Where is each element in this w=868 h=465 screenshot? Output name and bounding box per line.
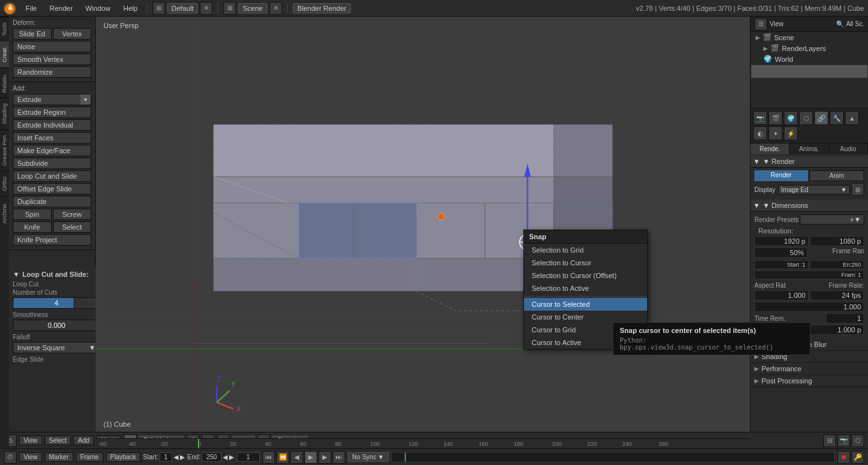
outliner-scrollbar[interactable] [751, 65, 867, 78]
menu-render[interactable]: Render [46, 3, 77, 13]
menu-file[interactable]: File [22, 3, 41, 13]
extrude-dropdown-arrow[interactable]: ▼ [80, 94, 91, 105]
inset-faces-button[interactable]: Inset Faces [13, 132, 91, 144]
offset-edge-slide-button[interactable]: Offset Edge Slide [13, 183, 91, 195]
bottom-select-button[interactable]: Select [45, 436, 71, 445]
outliner-renderlayers[interactable]: ▶ 🎬 RenderLayers [751, 43, 868, 54]
tab-create[interactable]: Creat. [0, 41, 9, 68]
menu-selection-to-active[interactable]: Selection to Active [524, 282, 647, 295]
start-input[interactable]: Start :1 [754, 260, 809, 269]
tab-grease-pen[interactable]: Grease Pen [0, 129, 9, 171]
subdivide-button[interactable]: Subdivide [13, 158, 91, 169]
engine-selector[interactable]: Blender Render [293, 3, 351, 13]
knife-project-button[interactable]: Knife Project [13, 234, 91, 246]
icon-camera[interactable]: 📷 [837, 434, 850, 447]
loop-cut-slide-button[interactable]: Loop Cut and Slide [13, 170, 91, 182]
extrude-individual-button[interactable]: Extrude Individual [13, 119, 91, 131]
image-editor-dropdown[interactable]: Image Ed▼ [778, 185, 850, 195]
prop-icon-modifiers[interactable]: 🔧 [830, 111, 844, 125]
workspace-name[interactable]: Default [167, 3, 198, 13]
fps-dropdown[interactable]: 24 fps [810, 290, 864, 300]
scene-close[interactable]: ✕ [269, 2, 282, 15]
jump-start-btn[interactable]: ⏮ [262, 451, 275, 464]
prop-icon-world[interactable]: 🌍 [784, 111, 798, 125]
workspace-add[interactable]: ✕ [200, 2, 213, 15]
smoothness-value[interactable]: 0.000 [48, 321, 66, 329]
timeline-marker-btn[interactable]: Marker [45, 452, 73, 462]
extrude-dropdown-main[interactable]: Extrude [13, 94, 80, 105]
timeline-icon[interactable]: ⏱ [4, 451, 17, 464]
select-button[interactable]: Select [53, 221, 92, 233]
scene-name[interactable]: Scene [238, 3, 267, 13]
prop-icon-scene[interactable]: 🎬 [768, 111, 782, 125]
render-presets-dropdown[interactable]: +▼ [800, 214, 864, 225]
next-frame-btn[interactable]: ▶ [318, 451, 331, 464]
jump-end-btn[interactable]: ⏭ [333, 451, 345, 464]
render-settings-icon[interactable]: ⊞ [851, 183, 864, 196]
tab-relations[interactable]: Relatio. [0, 68, 9, 98]
make-edge-face-button[interactable]: Make Edge/Face [13, 145, 91, 156]
prop-icon-render[interactable]: 📷 [753, 111, 767, 125]
end-input[interactable]: En:250 [810, 260, 864, 269]
slide-edge-button[interactable]: Slide Ed [13, 28, 52, 40]
properties-scroll[interactable]: Rende. Anima. Audio ▼ ▼ Render Render An… [751, 144, 868, 432]
spin-button[interactable]: Spin [13, 209, 52, 220]
menu-cursor-to-center[interactable]: Cursor to Center [524, 311, 647, 323]
render-tab-audio[interactable]: Audio [829, 144, 868, 154]
render-image-btn[interactable]: Render [754, 170, 808, 181]
screw-button[interactable]: Screw [53, 209, 92, 220]
tab-shading[interactable]: Shading [0, 98, 9, 129]
viewport[interactable]: User Persp [96, 17, 750, 432]
prop-icon-constraints[interactable]: 🔗 [814, 111, 828, 125]
prop-icon-material[interactable]: ◐ [753, 126, 767, 140]
menu-help[interactable]: Help [119, 3, 142, 13]
view-label[interactable]: View [770, 20, 784, 27]
prop-icon-physics[interactable]: ⚡ [784, 126, 798, 140]
record-btn[interactable]: ⏺ [837, 451, 850, 464]
frame-input[interactable]: Fram: 1 [754, 270, 864, 279]
timeline-playback-btn[interactable]: Playback [106, 452, 141, 462]
duplicate-button[interactable]: Duplicate [13, 196, 91, 207]
play-btn[interactable]: ▶ [304, 451, 317, 464]
tab-tools[interactable]: Tools [0, 17, 9, 41]
aspect-y-input[interactable]: 1.000 [754, 302, 864, 312]
tab-animation[interactable]: Ortho [0, 171, 9, 196]
sync-dropdown[interactable]: No Sync▼ [348, 452, 389, 462]
aspect-x-input[interactable]: 1.000 [754, 290, 809, 300]
smooth-vertex-button[interactable]: Smooth Vertex [13, 54, 91, 65]
menu-selection-to-grid[interactable]: Selection to Grid [524, 244, 647, 256]
view-button[interactable]: View [19, 436, 42, 445]
timeline-track[interactable] [391, 452, 835, 462]
res-percent-input[interactable]: 50% [754, 247, 807, 258]
icon-material[interactable]: ⬡ [851, 434, 864, 447]
res-y-input[interactable]: 1080 p [810, 236, 864, 246]
prop-icon-object[interactable]: ⬡ [799, 111, 813, 125]
time-rem-input[interactable]: 1 [826, 313, 864, 323]
current-frame-input[interactable]: 1 [237, 452, 260, 462]
end-frame-input[interactable]: 250 [202, 452, 221, 462]
render-tab-render[interactable]: Rende. [751, 144, 789, 154]
post-processing-entry[interactable]: ▶ Post Processing [751, 375, 868, 387]
prop-icon-particles[interactable]: ✦ [768, 126, 782, 140]
performance-entry[interactable]: ▶ Performance [751, 363, 868, 375]
render-tab-anim[interactable]: Anima. [789, 144, 828, 154]
menu-selection-to-cursor[interactable]: Selection to Cursor [524, 256, 647, 269]
all-scenes-label[interactable]: All Sc. [846, 20, 864, 27]
timeline-view-btn[interactable]: View [19, 452, 42, 462]
render-anim-btn[interactable]: Anim [809, 170, 864, 181]
workspace-icon[interactable]: ⊞ [153, 2, 165, 15]
search-icon[interactable]: 🔍 [836, 20, 844, 27]
autokey-btn[interactable]: 🔑 [851, 451, 864, 464]
knife-button[interactable]: Knife [13, 221, 52, 233]
extrude-region-button[interactable]: Extrude Region [13, 107, 91, 118]
tab-physics[interactable]: Archme. [0, 196, 9, 229]
dimensions-section-header[interactable]: ▼ ▼ Dimensions [751, 200, 868, 212]
outliner-scene[interactable]: ▶ 🎬 Scene [751, 32, 868, 43]
bottom-add-button[interactable]: Add [73, 436, 94, 445]
start-frame-input[interactable]: 1 [160, 452, 172, 462]
num-cuts-value[interactable]: 4 [54, 299, 58, 307]
prop-icon-mesh[interactable]: ▲ [845, 111, 859, 125]
render-section-header[interactable]: ▼ ▼ Render [751, 156, 868, 168]
res-x-input[interactable]: 1920 p [754, 236, 809, 246]
vertex-button[interactable]: Vertex [53, 28, 92, 40]
